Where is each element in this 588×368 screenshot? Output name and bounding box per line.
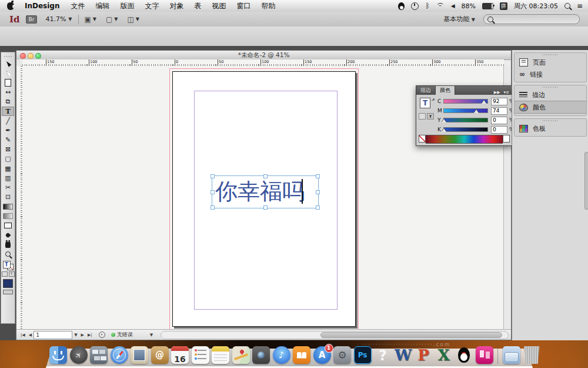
pink-app-dock-icon[interactable] xyxy=(476,346,493,364)
fill-stroke-proxy-tools[interactable]: T xyxy=(3,261,14,270)
gradient-swatch-tool[interactable] xyxy=(2,202,14,211)
page-number-field[interactable]: 1 xyxy=(34,331,72,339)
panel-button-pages[interactable]: 页面 xyxy=(514,57,586,68)
spotlight-search-icon[interactable] xyxy=(564,3,570,9)
menu-edit[interactable]: 编辑 xyxy=(91,1,115,11)
safari-dock-icon[interactable] xyxy=(111,346,128,364)
ibooks-dock-icon[interactable] xyxy=(293,346,310,364)
finder-dock-icon[interactable] xyxy=(49,346,67,364)
notes-dock-icon[interactable] xyxy=(212,346,229,364)
collapse-panel-icon[interactable]: ▶▶ xyxy=(494,90,500,95)
apple-menu-icon[interactable] xyxy=(7,2,14,10)
notification-center-icon[interactable]: ≡ xyxy=(577,2,582,10)
default-swatches-button[interactable] xyxy=(2,271,8,277)
battery-icon[interactable] xyxy=(482,3,493,9)
qq-dock-icon[interactable] xyxy=(455,346,473,364)
calendar-dock-icon[interactable]: 16 xyxy=(171,346,189,364)
frame-handle[interactable] xyxy=(263,174,268,178)
horizontal-scroll-thumb[interactable] xyxy=(320,332,502,338)
black-value-field[interactable]: 0 xyxy=(491,126,507,134)
menubar-clock[interactable]: 周六 08:23:05 xyxy=(514,2,558,11)
cyan-slider[interactable] xyxy=(443,99,488,104)
zoom-level-dropdown[interactable]: 41.7%▼ xyxy=(45,15,72,23)
bridge-button[interactable]: Br xyxy=(26,15,38,24)
menu-window[interactable]: 窗口 xyxy=(232,1,256,11)
mission-control-dock-icon[interactable] xyxy=(90,346,108,364)
frame-handle[interactable] xyxy=(316,174,320,178)
system-preferences-dock-icon[interactable]: ⚙ xyxy=(333,346,351,364)
slider-thumb[interactable] xyxy=(482,100,486,104)
gap-tool[interactable]: ↔ xyxy=(2,88,14,97)
magenta-slider[interactable] xyxy=(443,108,488,113)
none-swatch[interactable] xyxy=(419,135,426,142)
previous-page-button[interactable]: ◀ xyxy=(27,333,34,337)
menu-object[interactable]: 对象 xyxy=(165,1,189,11)
vertical-grid-tool[interactable]: ▥ xyxy=(2,173,14,183)
panel-button-color[interactable]: 颜色 xyxy=(514,101,586,114)
frame-handle[interactable] xyxy=(211,174,215,178)
black-slider[interactable] xyxy=(443,127,488,132)
photo-booth-dock-icon[interactable] xyxy=(252,346,270,364)
slider-thumb[interactable] xyxy=(474,110,479,113)
maps-dock-icon[interactable] xyxy=(232,346,250,364)
yellow-value-field[interactable]: 0 xyxy=(491,117,507,124)
reminders-dock-icon[interactable] xyxy=(192,346,209,364)
app-store-dock-icon[interactable]: A1 xyxy=(313,346,331,364)
preflight-menu-arrow[interactable]: ▼ xyxy=(148,333,155,337)
frame-handle[interactable] xyxy=(211,205,215,210)
zoom-tool[interactable] xyxy=(2,250,14,259)
frame-tool[interactable]: ⊠ xyxy=(2,145,14,154)
mail-dock-icon[interactable] xyxy=(131,346,148,364)
magenta-value-field[interactable]: 74 xyxy=(491,107,507,115)
document-title-bar[interactable]: *未命名-2 @ 41% xyxy=(16,51,511,60)
horizontal-grid-tool[interactable]: ▦ xyxy=(2,164,14,173)
color-spectrum-ramp[interactable] xyxy=(419,135,510,142)
tab-color[interactable]: 颜色 xyxy=(435,85,455,95)
panel-button-swatches[interactable]: 色板 xyxy=(514,122,586,134)
contacts-dock-icon[interactable]: @ xyxy=(151,346,169,364)
free-transform-tool[interactable]: ⊡ xyxy=(2,193,14,202)
spectrum-gradient[interactable] xyxy=(426,135,503,144)
workspace-switcher[interactable]: 基本功能 ▼ xyxy=(443,15,475,24)
text-frame[interactable]: 你幸福吗 xyxy=(212,175,319,208)
frame-handle[interactable] xyxy=(316,205,320,210)
zoom-window-button[interactable] xyxy=(35,53,41,59)
content-collector-tool[interactable]: ⧉ xyxy=(2,97,14,107)
word-dock-icon[interactable]: W xyxy=(395,346,412,364)
direct-selection-tool[interactable] xyxy=(2,68,14,78)
panel-button-stroke[interactable]: 描边 xyxy=(514,89,586,101)
frame-text[interactable]: 你幸福吗 xyxy=(215,178,305,204)
panel-button-links[interactable]: ∞链接 xyxy=(514,68,586,80)
view-options-dropdown[interactable]: ▣▼ xyxy=(85,15,97,24)
rectangle-tool[interactable]: ▢ xyxy=(2,154,14,164)
screen-mode-dropdown[interactable]: ▢▼ xyxy=(106,15,118,24)
menu-file[interactable]: 文件 xyxy=(66,1,91,11)
photoshop-dock-icon[interactable]: Ps xyxy=(354,346,372,364)
gradient-feather-tool[interactable] xyxy=(2,211,14,221)
pencil-tool[interactable]: ✎ xyxy=(2,135,14,145)
trash-dock-icon[interactable] xyxy=(523,346,540,364)
minimize-window-button[interactable] xyxy=(28,53,34,59)
pen-tool[interactable]: ✒ xyxy=(2,125,14,135)
page-dropdown-arrow[interactable]: ▼ xyxy=(72,333,79,337)
container-format-button[interactable] xyxy=(419,113,426,120)
qq-status-icon[interactable] xyxy=(398,2,405,10)
close-window-button[interactable] xyxy=(20,53,26,59)
menu-table[interactable]: 表 xyxy=(189,1,207,11)
input-method-icon[interactable]: 拼 xyxy=(500,2,507,10)
missing-app-dock-icon[interactable]: ? xyxy=(374,346,392,364)
documents-stack-dock-icon[interactable] xyxy=(503,346,520,364)
frame-handle[interactable] xyxy=(316,190,320,194)
normal-view-button[interactable] xyxy=(3,279,13,288)
yellow-slider[interactable] xyxy=(443,118,488,122)
first-page-button[interactable]: |◀ xyxy=(19,333,27,337)
launchpad-dock-icon[interactable]: ✈ xyxy=(70,346,88,364)
text-format-button[interactable]: T xyxy=(427,113,434,120)
scissors-tool[interactable]: ✂ xyxy=(2,183,14,192)
wifi-icon[interactable] xyxy=(436,3,445,9)
eyedropper-tool[interactable] xyxy=(2,230,14,240)
menu-type[interactable]: 文字 xyxy=(140,1,165,11)
arrange-documents-dropdown[interactable]: ◫▼ xyxy=(128,15,140,24)
slider-thumb[interactable] xyxy=(442,128,446,132)
tab-stroke[interactable]: 描边 xyxy=(416,86,435,95)
